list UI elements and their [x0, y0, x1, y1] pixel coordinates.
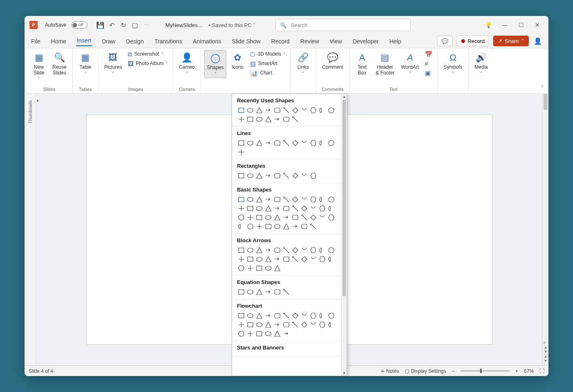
shape-item[interactable]	[309, 320, 317, 329]
shape-item[interactable]	[255, 222, 263, 230]
shape-item[interactable]	[264, 115, 272, 123]
shape-item[interactable]	[300, 311, 308, 320]
shape-item[interactable]	[246, 288, 254, 296]
shape-item[interactable]	[255, 139, 263, 147]
shape-item[interactable]	[291, 204, 299, 212]
fit-to-window-button[interactable]: ⛶	[539, 368, 544, 374]
shape-item[interactable]	[255, 115, 263, 123]
notes-button[interactable]: ≐ Notes	[381, 368, 399, 374]
shape-item[interactable]	[237, 148, 245, 156]
shape-item[interactable]	[237, 264, 245, 272]
comment-button[interactable]: 💬Comment	[320, 50, 346, 72]
minimize-button[interactable]: —	[501, 21, 508, 29]
comments-button[interactable]: 💬	[437, 36, 453, 46]
document-title[interactable]: MyNewSlides...	[165, 22, 202, 28]
tab-draw[interactable]: Draw	[101, 36, 116, 46]
shape-item[interactable]	[237, 115, 245, 123]
shape-item[interactable]	[273, 213, 281, 221]
shape-item[interactable]	[291, 311, 299, 320]
shape-item[interactable]	[282, 255, 290, 263]
photo-album-button[interactable]: 🖼Photo Album	[126, 59, 169, 68]
shape-item[interactable]	[282, 106, 290, 114]
shape-item[interactable]	[273, 195, 281, 203]
shape-item[interactable]	[291, 213, 299, 221]
icons-button[interactable]: ✿Icons	[228, 50, 247, 72]
tab-animations[interactable]: Animations	[192, 36, 222, 46]
shape-item[interactable]	[291, 255, 299, 263]
shape-item[interactable]	[327, 139, 335, 147]
screenshot-button[interactable]: ⧉Screenshot	[126, 50, 169, 59]
shape-item[interactable]	[309, 195, 317, 203]
shape-item[interactable]	[327, 213, 335, 221]
shape-item[interactable]	[309, 139, 317, 147]
shape-item[interactable]	[246, 311, 254, 320]
shape-item[interactable]	[327, 195, 335, 203]
tab-developer[interactable]: Developer	[352, 36, 380, 46]
shape-item[interactable]	[264, 195, 272, 203]
shape-item[interactable]	[282, 139, 290, 147]
shape-item[interactable]	[309, 222, 317, 230]
shape-item[interactable]	[273, 255, 281, 263]
shape-item[interactable]	[291, 139, 299, 147]
shape-item[interactable]	[309, 171, 317, 180]
shape-item[interactable]	[255, 311, 263, 320]
shape-item[interactable]	[291, 115, 299, 123]
new-slide-button[interactable]: ▦New Slide	[29, 50, 48, 83]
shape-item[interactable]	[318, 195, 326, 203]
search-input[interactable]: 🔍 Search	[275, 19, 411, 31]
tab-review[interactable]: Review	[300, 36, 320, 46]
shape-item[interactable]	[237, 171, 245, 180]
shape-item[interactable]	[246, 329, 254, 338]
shape-item[interactable]	[255, 320, 263, 329]
record-button[interactable]: Record	[457, 36, 489, 46]
shape-item[interactable]	[327, 246, 335, 254]
saved-status[interactable]: • Saved to this PC ˅	[209, 22, 256, 28]
date-time-button[interactable]: 📅	[423, 50, 434, 59]
tab-help[interactable]: Help	[388, 36, 402, 46]
thumbnails-panel-collapsed[interactable]: Thumbnails	[25, 94, 36, 365]
present-icon[interactable]: ▢	[131, 21, 138, 29]
shape-item[interactable]	[300, 171, 308, 180]
tab-file[interactable]: File	[30, 36, 41, 46]
shape-item[interactable]	[273, 288, 281, 296]
shape-item[interactable]	[300, 195, 308, 203]
shape-item[interactable]	[264, 264, 272, 272]
chart-button[interactable]: 📊Chart	[248, 69, 286, 78]
shape-item[interactable]	[255, 264, 263, 272]
shape-item[interactable]	[246, 195, 254, 203]
header-footer-button[interactable]: ▤Header & Footer	[373, 50, 397, 78]
shape-item[interactable]	[327, 320, 335, 329]
shapes-scrollbar[interactable]: ▲ ▼	[341, 94, 347, 376]
lightbulb-icon[interactable]: 💡	[485, 21, 492, 29]
shape-item[interactable]	[237, 255, 245, 263]
shape-item[interactable]	[255, 171, 263, 180]
shape-item[interactable]	[273, 311, 281, 320]
shape-item[interactable]	[318, 106, 326, 114]
shape-item[interactable]	[282, 213, 290, 221]
shape-item[interactable]	[264, 329, 272, 338]
tab-view[interactable]: View	[329, 36, 343, 46]
shape-item[interactable]	[309, 204, 317, 212]
shape-item[interactable]	[309, 311, 317, 320]
ribbon-collapse-button[interactable]: ˄	[541, 85, 544, 91]
tab-insert[interactable]: Insert	[76, 36, 92, 46]
shape-item[interactable]	[264, 246, 272, 254]
object-button[interactable]: ▣	[423, 69, 434, 78]
shape-item[interactable]	[237, 195, 245, 203]
shape-item[interactable]	[246, 320, 254, 329]
shape-item[interactable]	[300, 213, 308, 221]
qat-more-icon[interactable]: ⋯	[142, 21, 150, 29]
shape-item[interactable]	[282, 288, 290, 296]
shape-item[interactable]	[291, 320, 299, 329]
shape-item[interactable]	[282, 320, 290, 329]
shape-item[interactable]	[246, 255, 254, 263]
slide-position[interactable]: Slide 4 of 4	[29, 368, 53, 374]
reuse-slides-button[interactable]: 🔍Reuse Slides	[50, 50, 69, 78]
shape-item[interactable]	[273, 171, 281, 180]
shape-item[interactable]	[255, 213, 263, 221]
shape-item[interactable]	[246, 213, 254, 221]
slide-number-button[interactable]: #	[423, 59, 434, 68]
cameo-button[interactable]: 👤Cameo	[176, 50, 197, 77]
shape-item[interactable]	[273, 204, 281, 212]
shape-item[interactable]	[237, 139, 245, 147]
